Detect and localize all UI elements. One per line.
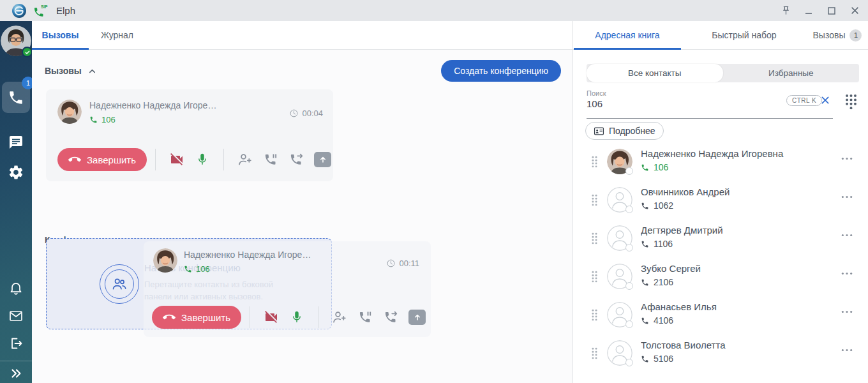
phone-transfer-icon [384,310,398,325]
active-tab-underline [32,48,89,50]
contact-more-button[interactable] [841,310,853,314]
phone-hold-icon [358,310,373,325]
contact-card-icon [594,126,604,137]
mute-mic-button[interactable] [288,308,306,326]
sidebar-divider [0,361,32,361]
call-number: 106 [101,115,116,124]
sidebar-item-logout[interactable] [0,336,32,351]
end-call-label: Завершить [181,312,230,323]
drag-handle-icon[interactable] [591,271,598,283]
contact-name: Надежненко Надежда Игоревна [641,148,826,159]
segment-all-contacts[interactable]: Все контакты [587,64,723,82]
share-upload-button[interactable] [314,152,331,167]
search-input[interactable] [587,98,778,109]
contact-row[interactable]: Афанасьев Илья 4106 [573,296,868,334]
create-conference-button[interactable]: Создать конференцию [441,60,561,82]
contact-name: Овчинников Андрей [641,186,826,197]
presence-indicator [625,206,633,213]
drag-handle-icon[interactable] [591,194,598,206]
dialpad-button[interactable] [843,93,858,110]
contacts-filter-segmented: Все контакты Избранные [587,64,859,82]
phone-hold-icon [264,153,278,167]
dragged-call-card[interactable]: Надежненко Надежда Игоре… 106 00:11 Заве… [144,241,431,337]
mute-mic-button[interactable] [193,151,211,169]
mail-icon [8,308,24,324]
sidebar-item-mail[interactable] [0,308,32,324]
video-off-button[interactable] [168,151,186,169]
phone-icon [641,355,649,363]
pin-button[interactable] [777,3,794,19]
contact-row[interactable]: Толстова Виолетта 5106 [573,334,868,372]
clock-icon [386,259,396,268]
transfer-call-button[interactable] [287,151,305,169]
dialpad-icon [844,93,858,110]
calls-section-header[interactable]: Вызовы [45,66,97,76]
sidebar: 1 [0,21,32,383]
expand-chevrons-icon [9,366,23,380]
sidebar-item-settings[interactable] [0,164,32,181]
tab-speed-dial[interactable]: Быстрый набор [682,21,807,49]
more-icon [841,195,853,199]
contact-row[interactable]: Овчинников Андрей 1062 [573,181,868,219]
contact-name: Зубко Сергей [641,263,826,274]
video-off-button[interactable] [262,308,280,326]
contact-more-button[interactable] [841,271,853,276]
contact-more-button[interactable] [841,156,853,161]
add-participant-button[interactable] [331,308,348,326]
segment-favorites[interactable]: Избранные [723,64,860,82]
hold-call-button[interactable] [262,151,280,169]
details-label: Подробнее [609,126,655,136]
contact-more-button[interactable] [841,348,853,352]
drag-handle-icon[interactable] [591,232,598,244]
call-number: 106 [196,264,210,274]
drag-handle-icon[interactable] [591,156,598,168]
phone-icon [641,317,649,325]
tab-calls-right[interactable]: Вызовы 1 [807,21,868,49]
phone-icon [641,278,649,287]
call-timer: 00:04 [302,109,323,118]
sip-phone-icon: SIP [33,3,49,19]
tab-calls[interactable]: Вызовы [32,21,89,49]
titlebar: SIP Elph [0,0,868,21]
sidebar-item-calls[interactable]: 1 [2,82,30,113]
drag-handle-icon[interactable] [591,309,598,321]
mic-icon [195,153,209,167]
contact-row[interactable]: Дегтярев Дмитрий 1106 [573,219,868,257]
drag-handle-icon[interactable] [591,347,598,359]
details-button[interactable]: Подробнее [585,122,664,140]
user-avatar[interactable] [1,26,31,56]
contact-list: Надежненко Надежда Игоревна 106 Овчинник… [573,142,868,372]
phone-icon [8,89,24,106]
tab-journal[interactable]: Журнал [89,21,146,49]
hold-call-button[interactable] [356,308,374,326]
contact-extension: 1062 [654,200,673,211]
call-timer: 00:11 [399,259,419,268]
divider [318,306,318,328]
contact-extension: 4106 [654,315,673,326]
sidebar-item-notifications[interactable] [0,280,32,296]
tab-address-book[interactable]: Адресная книга [573,21,682,49]
close-button[interactable] [846,3,863,19]
maximize-button[interactable] [823,3,840,19]
minimize-button[interactable] [800,3,817,19]
search-label: Поиск [587,89,606,97]
contact-more-button[interactable] [841,195,853,199]
sidebar-item-chat[interactable] [0,135,32,150]
share-upload-button[interactable] [408,310,426,325]
add-participant-button[interactable] [236,151,254,169]
more-icon [841,271,853,276]
contact-more-button[interactable] [841,233,853,237]
shortcut-hint: CTRL K [786,95,822,106]
phone-icon [641,163,649,172]
end-call-button[interactable]: Завершить [152,306,241,329]
person-add-icon [237,152,253,167]
clear-search-button[interactable] [818,93,832,107]
end-call-button[interactable]: Завершить [57,148,147,171]
contact-row[interactable]: Зубко Сергей 2106 [573,257,868,296]
phone-icon [641,240,649,248]
expand-sidebar-button[interactable] [0,366,32,380]
divider [250,306,250,328]
contact-extension: 1106 [654,239,673,249]
contact-row[interactable]: Надежненко Надежда Игоревна 106 [573,142,868,181]
transfer-call-button[interactable] [382,308,400,326]
